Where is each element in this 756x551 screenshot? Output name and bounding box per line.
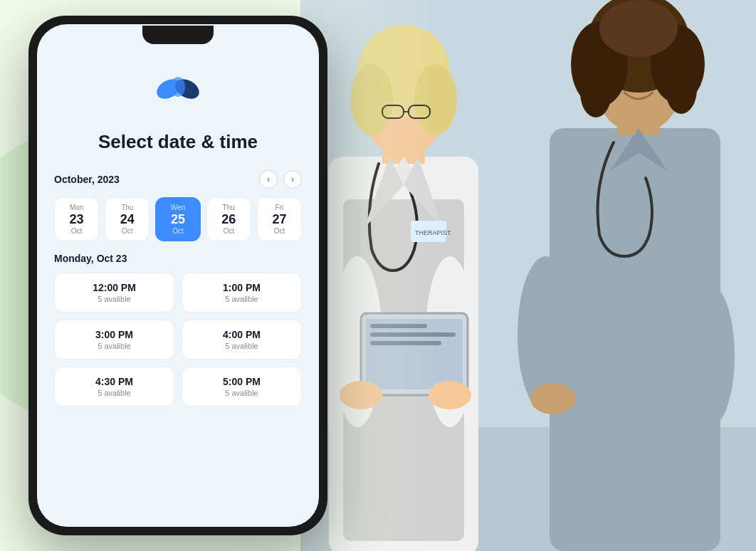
date-cell-26[interactable]: Thu 26 Oct — [206, 197, 251, 241]
time-slots-grid: 12:00 PM 5 avalible 1:00 PM 5 avalible 3… — [54, 273, 302, 406]
date-cell-25[interactable]: Wen 25 Oct — [155, 197, 200, 241]
date-num-label: 27 — [261, 213, 298, 226]
background-overlay — [300, 0, 756, 551]
phone-screen: Select date & time October, 2023 ‹ › — [37, 24, 319, 527]
time-slot-availability: 5 avalible — [188, 389, 295, 397]
time-slot-time: 1:00 PM — [188, 282, 295, 293]
date-day-label: Thu — [108, 204, 146, 211]
calendar-header: October, 2023 ‹ › — [54, 170, 302, 189]
time-slot-availability: 5 avalible — [61, 295, 168, 303]
calendar-month-label: October, 2023 — [54, 174, 120, 185]
time-slot-5[interactable]: 5:00 PM 5 avalible — [182, 367, 302, 406]
date-month-label: Oct — [261, 227, 298, 235]
date-day-label: Mon — [58, 204, 95, 211]
date-month-label: Oct — [108, 227, 146, 235]
time-slot-availability: 5 avalible — [188, 295, 295, 303]
date-cell-24[interactable]: Thu 24 Oct — [105, 197, 149, 241]
prev-month-button[interactable]: ‹ — [259, 170, 278, 189]
date-cell-27[interactable]: Fri 27 Oct — [257, 197, 302, 241]
date-cell-23[interactable]: Mon 23 Oct — [54, 197, 99, 241]
date-month-label: Oct — [58, 227, 95, 235]
date-num-label: 25 — [159, 213, 196, 226]
time-slot-3[interactable]: 4:00 PM 5 avalible — [182, 320, 302, 360]
time-section: Monday, Oct 23 12:00 PM 5 avalible 1:00 … — [54, 253, 302, 406]
background-photo: THERAPIST — [300, 0, 756, 551]
date-row: Mon 23 Oct Thu 24 Oct Wen 25 Oct Thu 26 … — [54, 197, 302, 241]
logo-icon — [153, 64, 203, 114]
time-slot-2[interactable]: 3:00 PM 5 avalible — [54, 320, 174, 360]
time-slot-1[interactable]: 1:00 PM 5 avalible — [182, 273, 302, 313]
time-slot-time: 3:00 PM — [61, 329, 168, 340]
time-slot-time: 4:30 PM — [61, 376, 168, 387]
date-day-label: Fri — [261, 204, 298, 211]
phone-container: Select date & time October, 2023 ‹ › — [28, 16, 327, 535]
svg-point-41 — [171, 77, 185, 97]
date-month-label: Oct — [159, 227, 196, 235]
phone-notch — [142, 26, 214, 44]
calendar-nav: ‹ › — [259, 170, 302, 189]
date-month-label: Oct — [210, 227, 248, 235]
date-day-label: Thu — [210, 204, 248, 211]
date-num-label: 23 — [58, 213, 95, 226]
date-day-label: Wen — [159, 204, 196, 211]
next-month-button[interactable]: › — [283, 170, 302, 189]
app-logo — [153, 64, 203, 114]
phone-frame: Select date & time October, 2023 ‹ › — [28, 16, 327, 535]
time-slot-availability: 5 avalible — [61, 342, 168, 350]
page-title: Select date & time — [98, 131, 258, 153]
time-slot-time: 4:00 PM — [188, 329, 295, 340]
time-slot-time: 12:00 PM — [61, 282, 168, 293]
time-slot-4[interactable]: 4:30 PM 5 avalible — [54, 367, 174, 406]
date-num-label: 24 — [108, 213, 146, 226]
date-num-label: 26 — [210, 213, 248, 226]
time-slot-availability: 5 avalible — [188, 342, 295, 350]
time-section-subtitle: Monday, Oct 23 — [54, 253, 302, 264]
calendar-section: October, 2023 ‹ › Mon 23 Oct T — [54, 170, 302, 253]
time-slot-0[interactable]: 12:00 PM 5 avalible — [54, 273, 174, 313]
time-slot-time: 5:00 PM — [188, 376, 295, 387]
time-slot-availability: 5 avalible — [61, 389, 168, 397]
